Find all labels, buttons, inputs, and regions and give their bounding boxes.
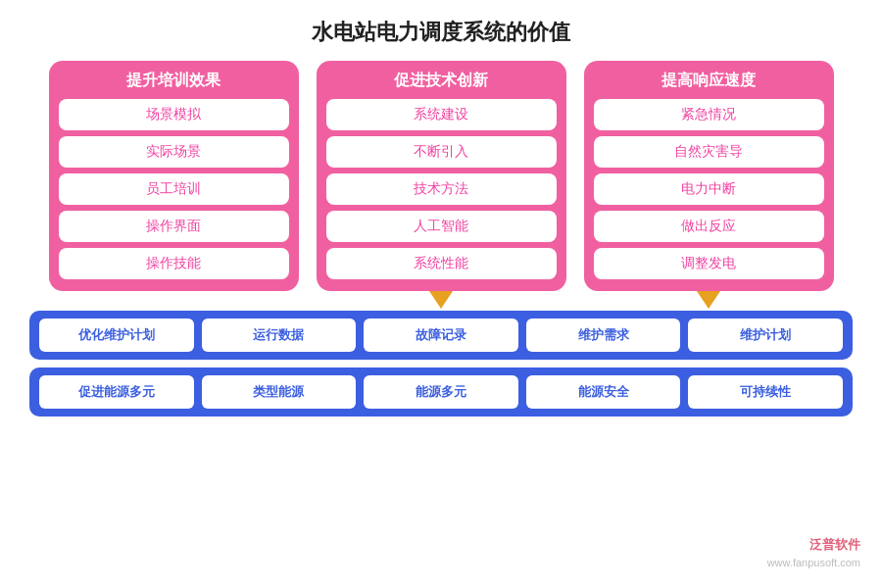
bottom-row-item: 类型能源	[202, 375, 357, 409]
column-item: 做出反应	[594, 211, 824, 242]
column-item: 调整发电	[594, 248, 824, 279]
column-card-col3: 提高响应速度紧急情况自然灾害导电力中断做出反应调整发电	[584, 61, 834, 291]
column-item: 操作界面	[59, 211, 289, 242]
bottom-row-item: 维护计划	[688, 318, 843, 352]
main-content: 提升培训效果场景模拟实际场景员工培训操作界面操作技能促进技术创新系统建设不断引入…	[0, 61, 882, 416]
bottom-row-item: 可持续性	[688, 375, 843, 409]
column-card-col1: 提升培训效果场景模拟实际场景员工培训操作界面操作技能	[49, 61, 299, 291]
column-header-col2: 促进技术创新	[394, 71, 488, 91]
page-title: 水电站电力调度系统的价值	[0, 0, 882, 61]
column-item: 电力中断	[594, 173, 824, 205]
column-item: 场景模拟	[59, 99, 289, 130]
column-item: 实际场景	[59, 136, 289, 168]
column-item: 系统建设	[326, 99, 557, 130]
column-item: 操作技能	[59, 248, 289, 279]
watermark-logo: 泛普软件	[767, 535, 860, 555]
column-item: 自然灾害导	[594, 136, 824, 168]
arrow-down-icon	[697, 291, 720, 309]
column-header-col1: 提升培训效果	[126, 71, 220, 91]
bottom-row-item: 故障记录	[364, 318, 518, 352]
column-item: 不断引入	[326, 136, 557, 168]
watermark-url: www.fanpusoft.com	[767, 555, 860, 571]
column-header-col3: 提高响应速度	[662, 71, 756, 91]
column-item: 紧急情况	[594, 99, 824, 130]
column-item: 技术方法	[326, 173, 557, 205]
bottom-row-item: 促进能源多元	[39, 375, 194, 409]
bottom-row-item: 优化维护计划	[39, 318, 194, 352]
column-items-col3: 紧急情况自然灾害导电力中断做出反应调整发电	[594, 99, 824, 279]
bottom-row-1: 促进能源多元类型能源能源多元能源安全可持续性	[29, 368, 853, 416]
bottom-rows: 优化维护计划运行数据故障记录维护需求维护计划促进能源多元类型能源能源多元能源安全…	[29, 311, 853, 416]
bottom-row-item: 运行数据	[202, 318, 357, 352]
column-card-col2: 促进技术创新系统建设不断引入技术方法人工智能系统性能	[317, 61, 566, 291]
bottom-row-item: 能源安全	[526, 375, 681, 409]
bottom-row-item: 能源多元	[364, 375, 518, 409]
column-items-col2: 系统建设不断引入技术方法人工智能系统性能	[326, 99, 557, 279]
watermark: 泛普软件 www.fanpusoft.com	[767, 535, 860, 570]
bottom-row-0: 优化维护计划运行数据故障记录维护需求维护计划	[29, 311, 853, 360]
top-columns: 提升培训效果场景模拟实际场景员工培训操作界面操作技能促进技术创新系统建设不断引入…	[29, 61, 853, 291]
column-item: 系统性能	[326, 248, 557, 279]
column-item: 员工培训	[59, 173, 289, 205]
bottom-row-item: 维护需求	[526, 318, 681, 352]
column-item: 人工智能	[326, 211, 557, 242]
arrow-down-icon	[429, 291, 453, 309]
column-items-col1: 场景模拟实际场景员工培训操作界面操作技能	[59, 99, 289, 279]
